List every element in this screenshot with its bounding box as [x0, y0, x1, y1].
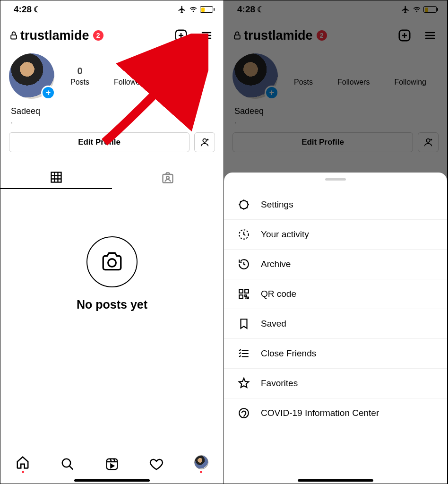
- bio-dot: .: [0, 117, 224, 125]
- nav-home[interactable]: [16, 455, 30, 473]
- svg-rect-15: [245, 289, 249, 293]
- status-bar: 4:28 ☾: [0, 0, 224, 17]
- followers-stat[interactable]: Followers: [114, 66, 146, 86]
- status-right: [177, 5, 213, 14]
- nav-reels[interactable]: [105, 457, 119, 471]
- grid-tab[interactable]: [0, 166, 112, 189]
- battery-icon: [200, 6, 213, 13]
- profile-header: trustlamide 2: [0, 17, 224, 49]
- svg-rect-14: [239, 289, 243, 293]
- svg-rect-8: [107, 459, 118, 470]
- wifi-icon: [189, 6, 198, 13]
- activity-icon: [237, 228, 250, 241]
- menu-label: Saved: [261, 319, 286, 329]
- posts-label: Posts: [70, 78, 89, 86]
- posts-count: 0: [70, 66, 89, 77]
- sheet-handle-icon[interactable]: [325, 178, 346, 181]
- menu-your-activity[interactable]: Your activity: [224, 220, 447, 250]
- hamburger-menu-button[interactable]: [198, 27, 215, 44]
- status-time: 4:28: [14, 4, 32, 15]
- menu-label: QR code: [261, 289, 296, 299]
- nav-profile[interactable]: [194, 455, 208, 473]
- camera-icon: [86, 236, 138, 287]
- menu-label: Archive: [261, 259, 291, 269]
- archive-icon: [237, 258, 250, 270]
- menu-qr-code[interactable]: QR code: [224, 279, 447, 309]
- menu-settings[interactable]: Settings: [224, 190, 447, 220]
- airplane-mode-icon: [177, 5, 187, 14]
- lock-icon: [9, 30, 18, 41]
- screenshot-right: 4:28 ☾ trustlamide 2 +: [224, 0, 448, 484]
- tagged-tab[interactable]: [112, 166, 224, 189]
- home-indicator: [298, 479, 373, 482]
- settings-icon: [237, 199, 250, 211]
- svg-point-2: [203, 139, 206, 142]
- svg-point-6: [108, 259, 116, 267]
- menu-label: Your activity: [261, 229, 309, 240]
- nav-profile-dot-icon: [200, 471, 202, 473]
- menu-label: Settings: [261, 199, 293, 210]
- avatar-container[interactable]: +: [9, 53, 54, 99]
- notification-badge: 2: [93, 30, 103, 41]
- svg-point-7: [62, 459, 70, 467]
- menu-label: COVID-19 Information Center: [261, 408, 379, 418]
- saved-icon: [237, 318, 250, 330]
- home-indicator: [74, 479, 150, 482]
- close-friends-icon: [237, 347, 250, 360]
- posts-stat[interactable]: 0 Posts: [70, 66, 89, 86]
- profile-stats-row: + 0 Posts Followers Following: [0, 49, 224, 102]
- svg-rect-3: [52, 173, 61, 182]
- qrcode-icon: [237, 288, 250, 300]
- followers-label: Followers: [114, 78, 146, 86]
- display-name: Sadeeq: [0, 102, 224, 117]
- add-story-icon[interactable]: +: [41, 86, 55, 100]
- menu-label: Favorites: [261, 378, 298, 389]
- menu-close-friends[interactable]: Close Friends: [224, 339, 447, 369]
- nav-avatar-icon: [194, 455, 208, 469]
- menu-archive[interactable]: Archive: [224, 250, 447, 279]
- edit-row: Edit Profile: [0, 125, 224, 157]
- screenshot-left: 4:28 ☾ trustlamide 2 +: [0, 0, 224, 484]
- discover-people-button[interactable]: [194, 132, 215, 152]
- svg-rect-0: [11, 35, 17, 39]
- following-stat[interactable]: Following: [171, 66, 203, 86]
- menu-label: Close Friends: [261, 348, 316, 359]
- menu-favorites[interactable]: Favorites: [224, 369, 447, 398]
- status-left: 4:28 ☾: [14, 4, 41, 15]
- menu-sheet: Settings Your activity Archive QR code S…: [224, 173, 447, 484]
- no-posts-text: No posts yet: [77, 298, 147, 311]
- covid-info-icon: [237, 407, 250, 419]
- svg-rect-16: [239, 295, 243, 299]
- nav-home-dot-icon: [22, 471, 24, 473]
- following-label: Following: [171, 78, 203, 86]
- empty-state: No posts yet: [0, 189, 224, 311]
- profile-tabs: [0, 166, 224, 189]
- create-post-button[interactable]: [172, 27, 190, 44]
- nav-search[interactable]: [60, 457, 75, 471]
- followers-count: [114, 66, 146, 77]
- stats: 0 Posts Followers Following: [58, 66, 215, 86]
- nav-activity[interactable]: [149, 457, 164, 471]
- edit-profile-button[interactable]: Edit Profile: [9, 132, 190, 152]
- svg-point-5: [166, 176, 169, 179]
- menu-saved[interactable]: Saved: [224, 309, 447, 339]
- favorites-icon: [237, 377, 250, 389]
- username[interactable]: trustlamide: [20, 28, 89, 43]
- following-count: [171, 66, 203, 77]
- menu-covid-info[interactable]: COVID-19 Information Center: [224, 398, 447, 428]
- do-not-disturb-icon: ☾: [34, 5, 41, 15]
